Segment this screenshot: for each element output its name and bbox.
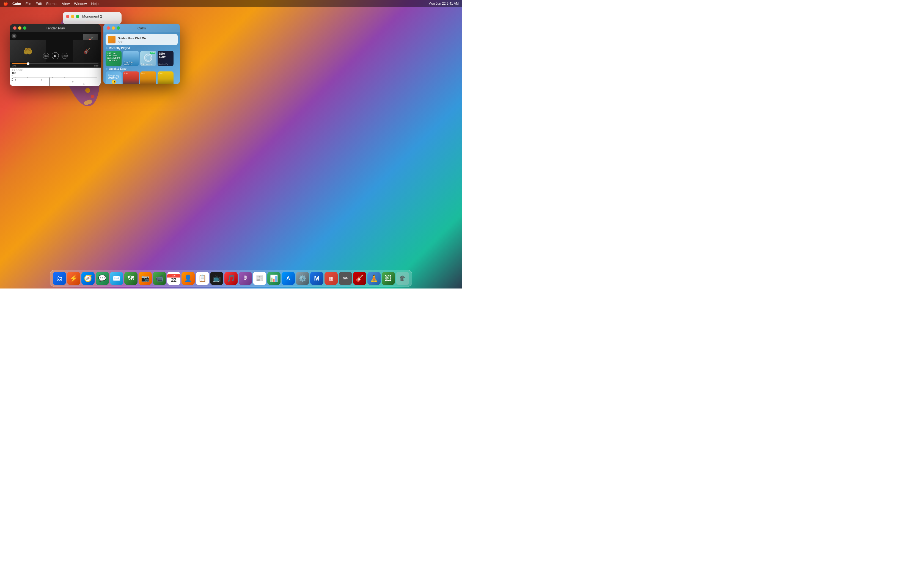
card-spiral[interactable]: NEW Take a deep...: [140, 51, 156, 66]
dock-appletv[interactable]: 📺: [210, 272, 223, 285]
fender-tl-minimize[interactable]: [18, 26, 21, 30]
menu-edit[interactable]: Edit: [36, 2, 42, 6]
time-total: 9:59: [94, 64, 99, 67]
mountain-1-mins: 5 min: [124, 72, 128, 74]
skip-forward-btn[interactable]: 10⏭: [61, 53, 68, 59]
fender-guitar-left: 🤲: [10, 40, 46, 62]
menubar: 🍎 Calm File Edit Format View Window Help…: [0, 0, 462, 7]
tab-header: EADGBE: [12, 69, 99, 71]
dock-mosaic[interactable]: ▦: [325, 272, 338, 285]
fender-titlebar: Fender Play: [10, 24, 101, 32]
dock-maps[interactable]: 🗺: [124, 272, 137, 285]
fender-window: Fender Play ✕ ⌃ 🎸 🤲 🎸 ⏮10 ▶ 10⏭: [10, 24, 101, 86]
calm-tl-close[interactable]: [107, 26, 110, 30]
menu-format[interactable]: Format: [46, 2, 58, 6]
monument-titlebar: Monument 2: [63, 12, 121, 21]
dock-launchpad[interactable]: ⚡: [67, 272, 80, 285]
dock-mail[interactable]: ✉️: [110, 272, 123, 285]
card-new-badge: NEW: [150, 52, 155, 54]
tab-num-6: 9: [83, 83, 84, 85]
dock-safari[interactable]: 🧭: [81, 272, 95, 285]
dock-finder[interactable]: 🗂: [53, 272, 66, 285]
card-mins-4: 24 min: [158, 52, 163, 53]
dock-sysprefs[interactable]: ⚙️: [296, 272, 309, 285]
dock-numbers[interactable]: 📊: [267, 272, 281, 285]
recently-played-label: Recently Played: [106, 47, 178, 50]
now-playing-info: Golden Hour Chill Mix Kygo: [118, 37, 176, 43]
tl-minimize[interactable]: [71, 15, 74, 18]
fender-tl-maximize[interactable]: [23, 26, 26, 30]
deco-dot-red: [91, 95, 94, 98]
tl-maximize[interactable]: [76, 15, 79, 18]
calm-tl-minimize[interactable]: [111, 26, 115, 30]
bar-line: [49, 77, 50, 86]
progress-track[interactable]: [12, 63, 99, 64]
dock-craft[interactable]: ✏: [339, 272, 352, 285]
dock-contacts[interactable]: 👤: [181, 272, 195, 285]
play-pause-btn[interactable]: ▶: [52, 52, 59, 60]
fender-close-btn[interactable]: ✕: [11, 34, 16, 39]
time-sig: 44: [15, 76, 16, 81]
string-e-high: [13, 77, 97, 78]
quick-easy-label: Quick & Easy: [106, 67, 178, 70]
calm-window-title: Calm: [137, 26, 146, 30]
dock-podcasts[interactable]: 🎙: [239, 272, 252, 285]
tab-riff-label: Riff: [12, 72, 99, 74]
dock-news[interactable]: 📰: [253, 272, 266, 285]
string-b: [13, 80, 97, 80]
menu-file[interactable]: File: [26, 2, 31, 6]
dock-calm[interactable]: 🧘: [367, 272, 381, 285]
string-labels: TAB: [11, 75, 13, 82]
fender-window-title: Fender Play: [46, 26, 65, 30]
dock-trash[interactable]: 🗑: [396, 272, 409, 285]
dock-photos[interactable]: 📷: [139, 272, 152, 285]
progress-thumb[interactable]: [27, 62, 29, 65]
recently-played-text: Recently Played: [109, 47, 130, 50]
mountain-card-3[interactable]: 3 min: [158, 71, 173, 84]
skip-back-btn[interactable]: ⏮10: [43, 53, 49, 59]
menu-window[interactable]: Window: [74, 2, 87, 6]
card-mins-1: 32 min: [107, 52, 111, 53]
dock-appstore[interactable]: A: [282, 272, 295, 285]
apple-menu[interactable]: 🍎: [3, 2, 8, 6]
card-monkeys-label: Daily Calm - Monkeys: [124, 61, 138, 65]
menubar-right: Mon Jun 22 9:41 AM: [428, 2, 459, 5]
card-gulliver[interactable]: 32 min SETTING SAIL FOR GULLIVER'S TRAVE…: [106, 51, 121, 66]
mountain-card-2[interactable]: 5 min: [140, 71, 156, 84]
dock-facetime[interactable]: 📹: [153, 272, 166, 285]
now-playing-thumb: [108, 36, 115, 44]
quick-easy-cards: How are you feeling? 🙂 5 min 5 min 3 min: [103, 71, 180, 84]
dock-calendar[interactable]: JUN22: [167, 272, 180, 285]
time-labels: 1:46 9:59: [12, 64, 99, 67]
fender-tab-section: EADGBE Riff TAB 44 7 9 7 9 7 9: [10, 68, 101, 86]
mountain-card-1[interactable]: 5 min: [123, 71, 139, 84]
card-bluegold[interactable]: 24 min BlueGold Stephen Fry: [158, 51, 173, 66]
fender-tl-close[interactable]: [13, 26, 16, 30]
tab-num-1: 7: [27, 77, 28, 79]
card-monkeys[interactable]: Daily Calm - Monkeys: [123, 51, 139, 66]
tl-close[interactable]: [66, 15, 69, 18]
dock-music[interactable]: 🎵: [225, 272, 237, 285]
section-dot: [106, 47, 108, 49]
dock-messages[interactable]: 💬: [96, 272, 109, 285]
card-bluegold-author: Stephen Fry: [158, 63, 168, 65]
fender-video-area: ✕ ⌃ 🎸 🤲 🎸 ⏮10 ▶ 10⏭: [10, 32, 101, 62]
fender-progress-section: 1:46 9:59: [10, 62, 101, 68]
dock-mimestream[interactable]: M: [310, 272, 323, 285]
feeling-card[interactable]: How are you feeling? 🙂: [106, 71, 121, 84]
feeling-icon: 🙂: [111, 80, 116, 84]
app-name[interactable]: Calm: [12, 2, 21, 6]
fender-guitar-right: 🎸: [73, 40, 101, 62]
dock-preview[interactable]: 🖼: [382, 272, 395, 285]
calm-tl-maximize[interactable]: [116, 26, 120, 30]
dock-fender[interactable]: 🎸: [353, 272, 366, 285]
card-spiral-label: Take a deep...: [141, 63, 155, 65]
now-playing-bar[interactable]: Golden Hour Chill Mix Kygo: [106, 34, 178, 45]
feeling-text-1: How are you: [108, 74, 119, 76]
recently-played-cards: 32 min SETTING SAIL FOR GULLIVER'S TRAVE…: [103, 51, 180, 66]
mountain-3-mins: 3 min: [158, 72, 163, 74]
menu-help[interactable]: Help: [91, 2, 99, 6]
now-playing-title: Golden Hour Chill Mix: [118, 37, 176, 40]
dock-reminders[interactable]: 📋: [196, 272, 209, 285]
menu-view[interactable]: View: [62, 2, 69, 6]
